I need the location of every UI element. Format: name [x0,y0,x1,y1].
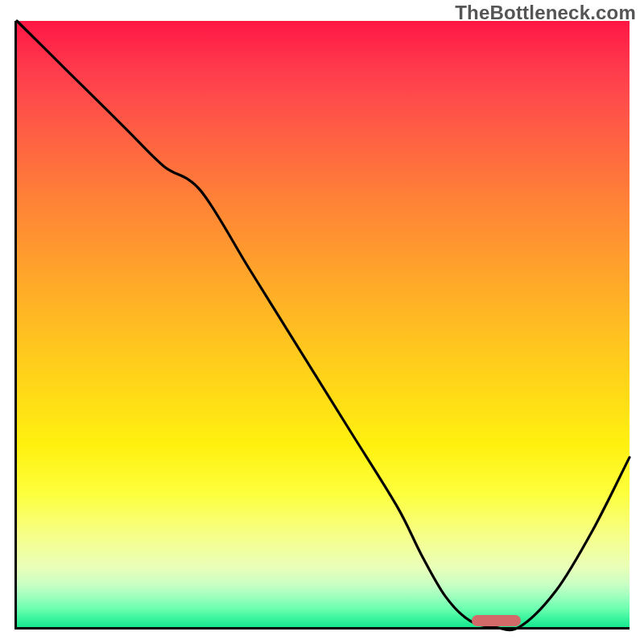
bottleneck-curve [17,21,630,627]
minimum-marker [472,615,521,626]
plot-area [14,21,630,630]
chart-stage: TheBottleneck.com [0,0,644,644]
